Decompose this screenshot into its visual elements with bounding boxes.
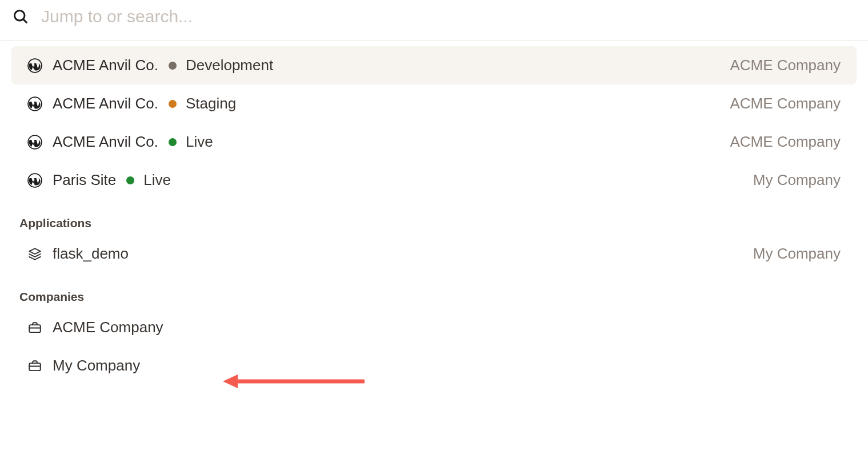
application-result-row[interactable]: flask_demo My Company [11, 235, 857, 273]
company-tag: ACME Company [730, 133, 841, 151]
company-result-row[interactable]: My Company [11, 347, 857, 385]
briefcase-icon [27, 359, 42, 373]
results-container[interactable]: ACME Anvil Co. Development ACME Company … [0, 41, 868, 433]
env-status-dot [169, 100, 177, 108]
site-result-row[interactable]: ACME Anvil Co. Development ACME Company [11, 46, 857, 84]
site-name: Paris Site [53, 171, 116, 189]
svg-rect-6 [29, 325, 41, 332]
env-label: Development [186, 57, 273, 74]
wordpress-icon [27, 135, 42, 150]
company-tag: ACME Company [730, 95, 841, 112]
wordpress-icon [27, 173, 42, 188]
company-tag: My Company [753, 171, 841, 189]
site-result-row[interactable]: ACME Anvil Co. Staging ACME Company [11, 84, 857, 123]
search-bar [0, 0, 868, 41]
site-name: ACME Anvil Co. [53, 133, 158, 151]
company-name: My Company [53, 357, 140, 375]
site-result-row[interactable]: ACME Anvil Co. Live ACME Company [11, 123, 857, 161]
env-status-dot [169, 62, 177, 70]
company-result-row[interactable]: ACME Company [11, 308, 857, 347]
briefcase-icon [27, 320, 42, 335]
svg-rect-7 [29, 363, 41, 371]
site-result-row[interactable]: Paris Site Live My Company [11, 161, 857, 199]
company-name: ACME Company [53, 319, 163, 336]
search-input[interactable] [41, 7, 855, 26]
env-label: Live [186, 133, 213, 151]
site-name: ACME Anvil Co. [53, 57, 158, 74]
application-name: flask_demo [53, 245, 129, 263]
wordpress-icon [27, 58, 42, 73]
wordpress-icon [27, 96, 42, 111]
stack-icon [27, 247, 42, 261]
env-label: Live [143, 171, 171, 189]
company-tag: My Company [753, 245, 841, 263]
section-header-applications: Applications [11, 199, 857, 235]
search-icon [13, 9, 29, 25]
site-name: ACME Anvil Co. [53, 95, 158, 112]
company-tag: ACME Company [730, 57, 841, 74]
env-label: Staging [186, 95, 236, 112]
svg-line-1 [23, 19, 27, 23]
section-header-companies: Companies [11, 273, 857, 308]
env-status-dot [126, 176, 134, 184]
env-status-dot [169, 138, 177, 146]
